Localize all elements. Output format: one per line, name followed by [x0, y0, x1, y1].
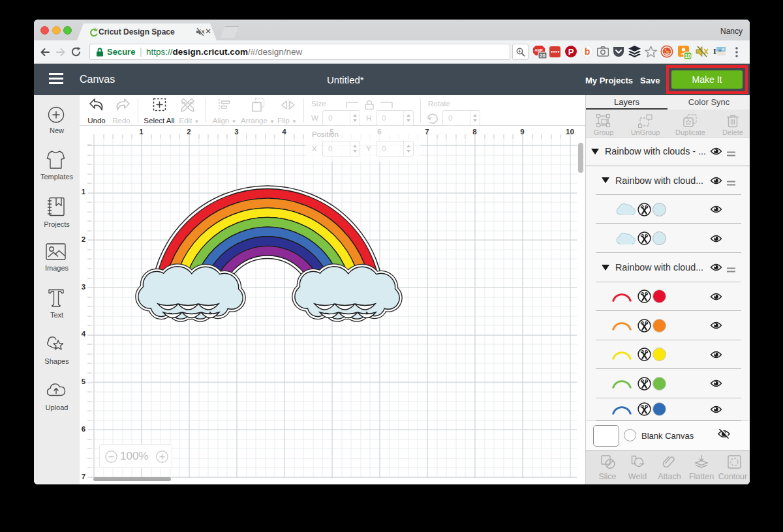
svg-text:20: 20 [540, 53, 545, 59]
svg-text:ABP: ABP [534, 48, 543, 52]
svg-text:P: P [568, 47, 574, 57]
svg-text:10: 10 [684, 53, 691, 59]
svg-text:I: I [713, 47, 716, 56]
svg-text:b: b [585, 46, 591, 57]
